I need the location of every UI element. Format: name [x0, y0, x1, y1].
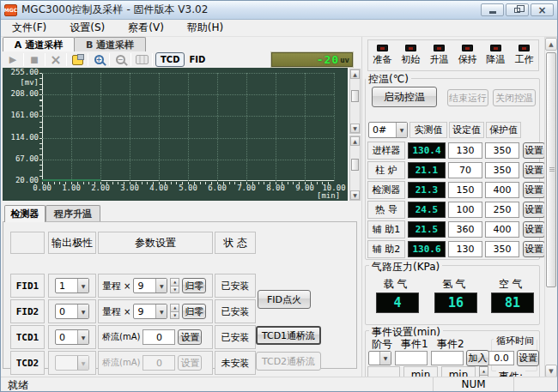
polarity-dropdown[interactable]: 0▼ [55, 304, 89, 319]
tcd1-bridge-on-button[interactable]: TCD1通桥流 [256, 326, 321, 345]
temp-set-value[interactable]: 130 [448, 241, 482, 257]
temp-set-button[interactable]: 设置 [523, 202, 544, 218]
event1-label: 事件1 [398, 337, 431, 352]
zoom-in-button[interactable]: + [91, 52, 106, 67]
v-gridline [188, 73, 189, 181]
temp-header-1: 设定值 [449, 122, 484, 138]
bridge-set-button[interactable]: 设置 [178, 329, 202, 345]
tcd-toggle[interactable]: TCD [155, 52, 185, 67]
start-temp-control-button[interactable]: 启动控温 [372, 87, 437, 107]
scroll-thumb[interactable] [546, 52, 556, 287]
tab-detector[interactable]: 检测器 [4, 205, 45, 222]
range-dropdown[interactable]: 9▼ [133, 278, 167, 293]
close-temp-control-button[interactable]: 关闭控温 [493, 89, 536, 106]
x-tick-label: 8.00 [261, 184, 290, 192]
temp-protect-value[interactable]: 250 [485, 202, 519, 218]
end-run-button[interactable]: 结束运行 [447, 89, 488, 106]
spinner-up-icon[interactable]: ▲ [171, 305, 179, 312]
film-button[interactable] [134, 52, 149, 67]
temp-set-button[interactable]: 设置 [523, 162, 544, 178]
spinner-down-icon[interactable]: ▼ [171, 286, 179, 293]
zero-button[interactable]: 归零 [182, 304, 206, 319]
channel-tab-0[interactable]: A 通道采样 [3, 37, 75, 51]
scroll-thumb[interactable] [351, 159, 359, 171]
scroll-thumb[interactable] [351, 90, 359, 102]
temp-set-button[interactable]: 设置 [523, 221, 544, 238]
bridge-current-input[interactable]: 0 [143, 329, 175, 345]
bridge-set-button[interactable]: 设置 [178, 355, 202, 371]
stop-icon: ■ [30, 55, 38, 64]
scroll-up-icon[interactable]: ▲ [545, 38, 557, 51]
chart-offset-scrollbar-1[interactable]: ▲ ▼ [349, 69, 361, 134]
params-cell: 桥流(mA)0设置 [98, 351, 213, 375]
menu-item-1[interactable]: 设置(S) [62, 19, 112, 37]
start-sample-button[interactable]: ▶ [5, 52, 21, 67]
cycle-set-button[interactable]: 设置 [517, 350, 539, 366]
event1-input[interactable] [395, 351, 428, 365]
stage-dropdown[interactable]: ▼ [368, 351, 391, 365]
chevron-down-icon: ▼ [379, 352, 391, 365]
polarity-dropdown[interactable]: 1▼ [55, 278, 89, 293]
scroll-down-icon[interactable]: ▼ [350, 190, 360, 200]
temp-protect-value[interactable]: 350 [485, 241, 519, 257]
status-led-5: 工作 [510, 40, 538, 70]
spinner-down-icon[interactable]: ▼ [171, 312, 179, 319]
range-spinner[interactable]: ▲▼ [170, 304, 179, 319]
temp-set-value[interactable]: 360 [448, 221, 482, 238]
cycle-time-input[interactable]: 0.0 [488, 351, 514, 365]
event2-label: 事件2 [434, 337, 467, 352]
temp-actual-lcd: 21.1 [408, 162, 446, 178]
menu-item-0[interactable]: 文件(F) [4, 19, 54, 37]
tab-program-temp[interactable]: 程序升温 [45, 205, 100, 222]
temp-set-button[interactable]: 设置 [523, 182, 544, 198]
scroll-up-icon[interactable]: ▲ [350, 69, 360, 79]
zero-button[interactable]: 归零 [182, 278, 206, 293]
detector-header-status: 状 态 [215, 232, 256, 254]
zero-calibration-button[interactable] [70, 52, 85, 67]
scroll-down-icon[interactable]: ▼ [350, 124, 360, 133]
temp-protect-value[interactable]: 400 [485, 221, 519, 238]
temp-protect-value[interactable]: 350 [485, 142, 519, 159]
temp-set-value[interactable]: 150 [448, 182, 482, 198]
temp-protect-value[interactable]: 400 [485, 182, 519, 198]
fid-toggle[interactable]: FID [185, 52, 209, 67]
led-label: 升温 [430, 53, 449, 66]
menu-item-2[interactable]: 察看(V) [120, 19, 172, 37]
spinner-up-icon[interactable]: ▲ [171, 279, 179, 286]
temp-protect-value[interactable]: 350 [485, 162, 519, 178]
status-led-box: 准备初始升温保持降温工作 [367, 39, 539, 71]
polarity-dropdown[interactable]: 0▼ [55, 329, 89, 345]
temp-set-button[interactable]: 设置 [523, 142, 544, 159]
bridge-current-input[interactable]: 0 [143, 355, 175, 371]
zoom-out-button[interactable]: − [112, 52, 128, 67]
fid-ignite-button[interactable]: FID点火 [258, 290, 311, 309]
zone-selector-dropdown[interactable]: 0# ▼ [368, 122, 408, 138]
temp-zone-name: 辅 助2 [367, 240, 405, 258]
temp-set-value[interactable]: 130 [448, 142, 482, 159]
polarity-dropdown[interactable]: ▼ [55, 355, 89, 371]
right-panel-scrollbar[interactable]: ▲ ▼ [544, 37, 558, 378]
clear-button[interactable]: × [48, 52, 64, 67]
minimize-button[interactable] [481, 3, 504, 16]
range-label: 量程 [102, 280, 121, 292]
chevron-down-icon: ▼ [155, 305, 167, 318]
add-event-button[interactable]: 加入 [466, 350, 489, 366]
tcd2-bridge-on-button[interactable]: TCD2通桥流 [256, 352, 321, 371]
temp-set-value[interactable]: 70 [448, 162, 482, 178]
bridge-label: 桥流(mA) [102, 331, 140, 343]
close-button[interactable]: × [531, 3, 554, 16]
event2-input[interactable] [431, 351, 464, 365]
minimize-icon [489, 11, 496, 14]
channel-tab-1[interactable]: B 通道采样 [74, 37, 146, 51]
stop-sample-button[interactable]: ■ [27, 52, 42, 67]
menu-item-3[interactable]: 帮助(H) [179, 19, 231, 37]
restore-button[interactable] [506, 3, 529, 16]
temp-set-value[interactable]: 100 [448, 202, 482, 218]
range-spinner[interactable]: ▲▼ [170, 278, 179, 293]
chart-offset-scrollbar-2[interactable]: ▲ ▼ [349, 136, 361, 201]
scroll-up-icon[interactable]: ▲ [350, 136, 360, 146]
scroll-down-icon[interactable]: ▼ [545, 365, 557, 377]
temp-set-button[interactable]: 设置 [523, 241, 544, 257]
range-dropdown[interactable]: 9▼ [133, 304, 167, 319]
led-indicator-icon [377, 45, 388, 51]
